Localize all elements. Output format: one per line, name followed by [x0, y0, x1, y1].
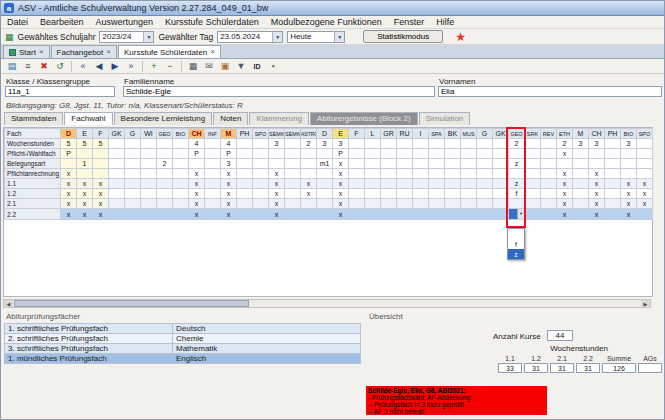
cell-pflicht-wahlfach-16[interactable] [317, 149, 333, 159]
cell-pflicht-wahlfach-14[interactable] [285, 149, 301, 159]
cell-belegungsart-19[interactable] [365, 159, 381, 169]
cell-2-1-10[interactable]: x [221, 199, 237, 209]
cell-pflichtanrechnung-7[interactable] [173, 169, 189, 179]
cell-2-2-25[interactable] [461, 209, 477, 220]
cell-2-1-32[interactable] [573, 199, 589, 209]
cell-wochenstunden-36[interactable] [637, 139, 653, 149]
cell-1-1-27[interactable] [493, 179, 509, 189]
abitur-row-3[interactable]: 3. schriftliches PrüfungsfachMathematik [5, 344, 361, 354]
cell-1-2-14[interactable] [285, 189, 301, 199]
cell-belegungsart-23[interactable] [429, 159, 445, 169]
table-icon[interactable]: ▦ [186, 60, 200, 73]
cell-belegungsart-29[interactable] [525, 159, 541, 169]
cell-belegungsart-1[interactable]: 1 [77, 159, 93, 169]
cell-pflichtanrechnung-19[interactable] [365, 169, 381, 179]
cell-pflichtanrechnung-8[interactable]: x [189, 169, 205, 179]
cell-2-1-24[interactable] [445, 199, 461, 209]
chevron-down-icon[interactable]: ▼ [143, 32, 153, 42]
cell-pflichtanrechnung-34[interactable] [605, 169, 621, 179]
cell-wochenstunden-35[interactable]: 3 [621, 139, 637, 149]
cell-2-1-16[interactable] [317, 199, 333, 209]
cell-pflichtanrechnung-31[interactable]: x [557, 169, 573, 179]
cell-2-1-14[interactable] [285, 199, 301, 209]
column-header-mus-25[interactable]: MUS [461, 129, 477, 139]
cell-2-1-21[interactable] [397, 199, 413, 209]
cell-pflicht-wahlfach-30[interactable] [541, 149, 557, 159]
cell-2-2-28[interactable]: ▼ [509, 209, 525, 220]
cell-1-1-23[interactable] [429, 179, 445, 189]
cell-2-1-9[interactable] [205, 199, 221, 209]
cell-pflicht-wahlfach-18[interactable] [349, 149, 365, 159]
cell-pflicht-wahlfach-10[interactable]: P [221, 149, 237, 159]
cell-wochenstunden-34[interactable] [605, 139, 621, 149]
column-header-inf-9[interactable]: INF [205, 129, 221, 139]
cell-2-2-33[interactable]: x [589, 209, 605, 220]
chevron-down-icon[interactable]: ▼ [334, 32, 344, 42]
column-header-e-17[interactable]: E [333, 129, 349, 139]
cell-1-1-24[interactable] [445, 179, 461, 189]
cell-2-1-29[interactable] [525, 199, 541, 209]
cell-2-2-9[interactable] [205, 209, 221, 220]
tab-close-icon[interactable]: × [210, 48, 215, 56]
cell-belegungsart-5[interactable] [141, 159, 157, 169]
cell-2-2-31[interactable]: x [557, 209, 573, 220]
cell-wochenstunden-4[interactable] [125, 139, 141, 149]
cell-pflichtanrechnung-23[interactable] [429, 169, 445, 179]
cell-2-2-36[interactable] [637, 209, 653, 220]
cell-pflicht-wahlfach-22[interactable] [413, 149, 429, 159]
cell-pflicht-wahlfach-3[interactable] [109, 149, 125, 159]
cell-wochenstunden-1[interactable]: 5 [77, 139, 93, 149]
cell-belegungsart-34[interactable] [605, 159, 621, 169]
cell-pflichtanrechnung-11[interactable] [237, 169, 253, 179]
cell-belegungsart-31[interactable] [557, 159, 573, 169]
cell-wochenstunden-30[interactable] [541, 139, 557, 149]
cell-2-1-33[interactable]: x [589, 199, 605, 209]
cell-pflicht-wahlfach-0[interactable]: P [61, 149, 77, 159]
cell-2-2-27[interactable] [493, 209, 509, 220]
cell-belegungsart-2[interactable] [93, 159, 109, 169]
cell-1-2-11[interactable] [237, 189, 253, 199]
cell-2-2-15[interactable] [301, 209, 317, 220]
cell-1-1-1[interactable]: x [77, 179, 93, 189]
cell-2-2-3[interactable] [109, 209, 125, 220]
cell-1-2-33[interactable]: x [589, 189, 605, 199]
menu-item-datei[interactable]: Datei [1, 17, 34, 27]
cell-1-2-18[interactable] [349, 189, 365, 199]
cell-belegungsart-3[interactable] [109, 159, 125, 169]
tab-kursstufe-sch-lerdaten[interactable]: Kursstufe Schülerdaten× [118, 45, 221, 58]
column-header-astro-15[interactable]: ASTRO [301, 129, 317, 139]
tab-fachangebot[interactable]: Fachangebot× [51, 45, 117, 58]
cell-1-2-30[interactable] [541, 189, 557, 199]
cell-2-2-1[interactable]: x [77, 209, 93, 220]
cell-1-2-22[interactable] [413, 189, 429, 199]
cell-pflichtanrechnung-1[interactable] [77, 169, 93, 179]
cell-belegungsart-32[interactable] [573, 159, 589, 169]
cell-1-2-28[interactable]: f [509, 189, 525, 199]
cell-1-1-35[interactable]: x [621, 179, 637, 189]
cell-1-2-20[interactable] [381, 189, 397, 199]
cell-1-1-19[interactable] [365, 179, 381, 189]
cell-2-2-22[interactable] [413, 209, 429, 220]
cell-1-1-18[interactable] [349, 179, 365, 189]
cell-wochenstunden-3[interactable] [109, 139, 125, 149]
cell-2-1-0[interactable]: x [61, 199, 77, 209]
column-header-g-26[interactable]: G [477, 129, 493, 139]
column-header-eth-31[interactable]: ETH [557, 129, 573, 139]
cell-2-2-23[interactable] [429, 209, 445, 220]
chevron-down-icon[interactable]: ▼ [272, 32, 282, 42]
cell-belegungsart-28[interactable]: z [509, 159, 525, 169]
cell-1-1-26[interactable] [477, 179, 493, 189]
cell-1-1-32[interactable] [573, 179, 589, 189]
tab-close-icon[interactable]: × [39, 48, 44, 56]
cell-2-1-4[interactable] [125, 199, 141, 209]
cell-pflichtanrechnung-29[interactable] [525, 169, 541, 179]
abitur-row-4[interactable]: 1. mündliches PrüfungsfachEnglisch [5, 354, 361, 364]
cell-1-2-26[interactable] [477, 189, 493, 199]
cell-belegungsart-35[interactable] [621, 159, 637, 169]
cell-pflicht-wahlfach-12[interactable] [253, 149, 269, 159]
cell-2-1-23[interactable] [429, 199, 445, 209]
cell-pflicht-wahlfach-4[interactable] [125, 149, 141, 159]
cell-2-1-28[interactable] [509, 199, 525, 209]
column-header-i-22[interactable]: I [413, 129, 429, 139]
cell-wochenstunden-6[interactable] [157, 139, 173, 149]
